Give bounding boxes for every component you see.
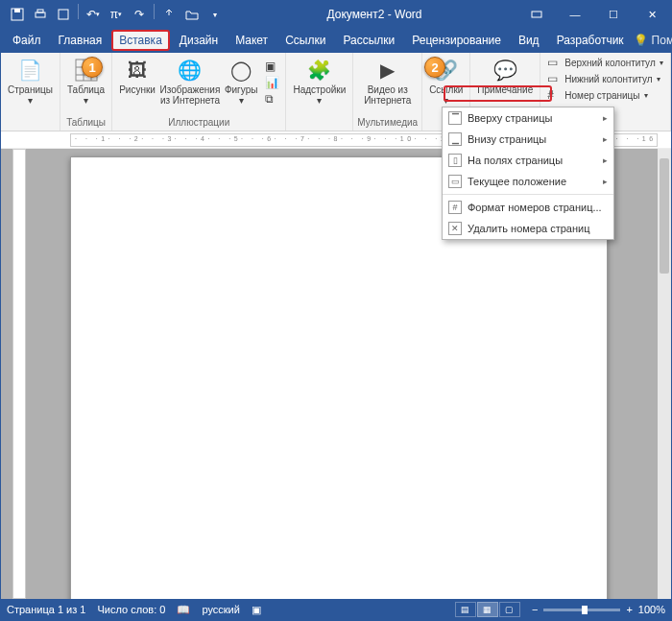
window-controls: — ☐ ✕ [517, 1, 671, 28]
close-button[interactable]: ✕ [633, 1, 671, 28]
titlebar: ↶▾ π▾ ↷ ▾ Документ2 - Word — ☐ ✕ [1, 1, 671, 28]
maximize-button[interactable]: ☐ [594, 1, 633, 28]
open-icon[interactable] [181, 4, 203, 25]
quick-access-toolbar: ↶▾ π▾ ↷ ▾ [1, 4, 231, 25]
preview-icon[interactable] [53, 4, 74, 25]
dd-page-margins[interactable]: ▯На полях страницы▸ [443, 150, 613, 171]
zoom-control[interactable]: − + 100% [532, 604, 665, 615]
undo-icon[interactable]: ↶▾ [83, 4, 104, 25]
highlight-pagenumber [444, 85, 552, 102]
window-title: Документ2 - Word [231, 8, 517, 21]
cursor-pos-icon: ▭ [448, 175, 462, 188]
scrollbar-vertical[interactable] [658, 149, 671, 599]
status-language[interactable]: русский [202, 604, 239, 615]
dd-current-position[interactable]: ▭Текущее положение▸ [443, 171, 613, 192]
svg-rect-4 [59, 10, 68, 19]
dd-top-of-page[interactable]: ▔Вверху страницы▸ [443, 107, 613, 129]
menu-references[interactable]: Ссылки [277, 30, 333, 51]
pages-button[interactable]: 📄Страницы▾ [5, 55, 56, 107]
menu-mailings[interactable]: Рассылки [335, 30, 402, 51]
screenshot-button[interactable]: ⧉ [262, 91, 281, 107]
page-margins-icon: ▯ [448, 154, 462, 167]
chart-button[interactable]: 📊 [262, 75, 281, 90]
smartart-icon: ▣ [265, 60, 278, 73]
print-layout-button[interactable]: ▦ [477, 602, 498, 617]
menu-design[interactable]: Дизайн [172, 30, 226, 51]
ruler-vertical[interactable] [12, 149, 26, 599]
read-mode-button[interactable]: ▤ [455, 602, 476, 617]
app-window: ↶▾ π▾ ↷ ▾ Документ2 - Word — ☐ ✕ Файл Гл… [0, 0, 672, 621]
menu-file[interactable]: Файл [5, 30, 49, 51]
formula-icon[interactable]: π▾ [106, 4, 127, 25]
footer-button[interactable]: ▭Нижний колонтитул▾ [544, 71, 666, 86]
header-button[interactable]: ▭Верхний колонтитул▾ [544, 55, 666, 70]
statusbar: Страница 1 из 1 Число слов: 0 📖 русский … [1, 599, 671, 620]
zoom-slider[interactable] [543, 609, 620, 611]
ribbon-group-media: ▶Видео из Интернета Мультимедиа [353, 53, 422, 131]
svg-rect-1 [14, 9, 20, 12]
svg-rect-5 [532, 12, 541, 17]
print-icon[interactable] [30, 4, 51, 25]
menubar: Файл Главная Вставка Дизайн Макет Ссылки… [1, 28, 671, 53]
status-proofing-icon[interactable]: 📖 [177, 604, 190, 616]
chart-icon: 📊 [265, 76, 278, 89]
menu-layout[interactable]: Макет [228, 30, 276, 51]
menu-home[interactable]: Главная [51, 30, 110, 51]
status-words[interactable]: Число слов: 0 [97, 604, 165, 615]
shapes-icon: ◯ [228, 57, 254, 84]
addins-button[interactable]: 🧩Надстройки▾ [290, 55, 348, 107]
redo-icon[interactable]: ↷ [129, 4, 150, 25]
touch-icon[interactable] [158, 4, 180, 25]
ribbon-display-icon[interactable] [517, 1, 556, 28]
remove-icon: ✕ [448, 222, 462, 235]
smartart-button[interactable]: ▣ [262, 59, 281, 74]
addins-icon: 🧩 [306, 57, 333, 84]
page-bottom-icon: ▁ [448, 132, 462, 146]
zoom-value[interactable]: 100% [638, 604, 665, 615]
zoom-out-icon[interactable]: − [532, 604, 538, 615]
pictures-button[interactable]: 🖼Рисунки [116, 55, 158, 97]
svg-rect-3 [37, 10, 43, 12]
tell-me[interactable]: 💡Помощ... [634, 34, 672, 47]
menu-developer[interactable]: Разработчик [549, 30, 632, 51]
shapes-button[interactable]: ◯Фигуры▾ [222, 55, 260, 107]
minimize-button[interactable]: — [556, 1, 594, 28]
status-macro-icon[interactable]: ▣ [252, 604, 261, 616]
pagenumber-dropdown: ▔Вверху страницы▸ ▁Внизу страницы▸ ▯На п… [442, 107, 614, 240]
ribbon-group-addins: 🧩Надстройки▾ [286, 53, 353, 131]
page-number-button[interactable]: #Номер страницы▾ [544, 87, 666, 103]
status-page[interactable]: Страница 1 из 1 [7, 604, 85, 615]
format-icon: # [448, 201, 462, 214]
video-icon: ▶ [374, 57, 401, 84]
online-video-button[interactable]: ▶Видео из Интернета [362, 55, 414, 107]
illustrations-small: ▣ 📊 ⧉ [262, 55, 281, 107]
dd-format-page-numbers[interactable]: #Формат номеров страниц... [443, 197, 613, 218]
ribbon-group-illustrations: 🖼Рисунки 🌐Изображения из Интернета ◯Фигу… [112, 53, 286, 131]
callout-two: 2 [424, 57, 445, 78]
page-icon: 📄 [16, 57, 43, 84]
menu-view[interactable]: Вид [511, 30, 547, 51]
page-top-icon: ▔ [448, 111, 462, 125]
menu-review[interactable]: Рецензирование [404, 30, 509, 51]
screenshot-icon: ⧉ [265, 92, 278, 106]
callout-one: 1 [82, 57, 103, 78]
footer-icon: ▭ [547, 72, 561, 85]
dd-remove-page-numbers[interactable]: ✕Удалить номера страниц [443, 218, 613, 239]
ribbon-group-pages: 📄Страницы▾ [1, 53, 60, 131]
qat-more-icon[interactable]: ▾ [204, 4, 226, 25]
comment-icon: 💬 [492, 57, 518, 84]
save-icon[interactable] [7, 4, 28, 25]
zoom-in-icon[interactable]: + [626, 604, 632, 615]
online-pictures-icon: 🌐 [177, 57, 204, 84]
view-buttons: ▤ ▦ ▢ [455, 602, 520, 617]
header-icon: ▭ [547, 56, 561, 69]
menu-insert[interactable]: Вставка [111, 30, 170, 51]
pictures-icon: 🖼 [124, 57, 151, 84]
svg-rect-2 [36, 12, 45, 17]
web-layout-button[interactable]: ▢ [499, 602, 520, 617]
dd-bottom-of-page[interactable]: ▁Внизу страницы▸ [443, 129, 613, 150]
online-pictures-button[interactable]: 🌐Изображения из Интернета [160, 55, 220, 107]
